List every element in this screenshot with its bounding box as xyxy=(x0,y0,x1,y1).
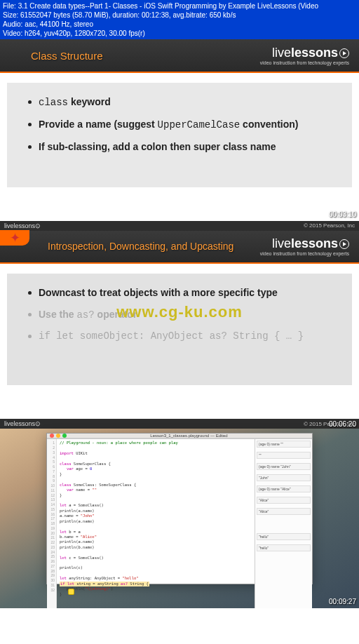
window-titlebar: Lesson3_1_classes.playground — Edited xyxy=(47,434,312,438)
slide3-top-strip: livelessons⊙ © 2015 Pearson, Inc xyxy=(0,419,359,429)
logo-live: live xyxy=(272,236,291,250)
bullet-dot xyxy=(28,335,32,338)
result-line: "John" xyxy=(257,474,311,481)
bullet-text: Downcast to treat objects with a more sp… xyxy=(39,286,278,300)
slide1-header: Class Structure livelessons video instru… xyxy=(0,39,359,73)
slide2-body: Downcast to treat objects with a more sp… xyxy=(7,274,352,386)
slide1-body-wrap: class keyword Provide a name (suggest Up… xyxy=(0,83,359,201)
bullet-dot xyxy=(28,145,32,149)
result-line: {age 0} name "" xyxy=(257,441,311,448)
slide2-header: Introspection, Downcasting, and Upcastin… xyxy=(0,230,359,264)
slide2-bullet-2: Use the as? operator xyxy=(24,308,335,322)
spacer xyxy=(0,201,359,221)
tiny-logo: livelessons⊙ xyxy=(4,222,41,229)
xcode-window: Lesson3_1_classes.playground — Edited 1 … xyxy=(46,433,313,584)
line-gutter: 1 2 3 4 5 6 7 8 9 10 11 12 13 14 15 16 1… xyxy=(47,439,57,608)
slide1-bullet-2: Provide a name (suggest UpperCamelCase c… xyxy=(24,118,335,132)
bullet-dot xyxy=(28,313,32,316)
slide2-bullet-3: if let someObject: AnyObject as? String … xyxy=(24,330,335,343)
window-title: Lesson3_1_classes.playground — Edited xyxy=(150,434,227,438)
bullet-text: Use the xyxy=(39,309,76,320)
bullet-text: operator xyxy=(95,309,137,320)
slide2-bullet-1: Downcast to treat objects with a more sp… xyxy=(24,286,335,300)
spacer xyxy=(0,399,359,419)
logo-tagline: video instruction from technology expert… xyxy=(260,251,349,256)
minimize-icon[interactable] xyxy=(56,434,60,438)
timestamp: 00:06:20 xyxy=(329,420,356,428)
logo-tagline: video instruction from technology expert… xyxy=(260,60,349,65)
bullet-text: keyword xyxy=(68,96,111,107)
timestamp: 00:03:10 xyxy=(329,210,356,218)
bullet-dot xyxy=(28,291,32,295)
result-line: "Alice" xyxy=(257,497,311,504)
meta-size: Size: 61552047 bytes (58.70 MiB), durati… xyxy=(3,11,356,20)
bullet-dot xyxy=(28,123,32,126)
slide2-top-strip: livelessons⊙ © 2015 Pearson, Inc 00:03:1… xyxy=(0,221,359,231)
slide1-bullet-3: If sub-classing, add a colon then super … xyxy=(24,140,335,154)
code-text: if let someObject: AnyObject as? String … xyxy=(39,330,304,343)
meta-video: Video: h264, yuv420p, 1280x720, 30.00 fp… xyxy=(3,29,356,38)
slide2-title: Introspection, Downcasting, and Upcastin… xyxy=(48,241,233,252)
code-editor[interactable]: // Playground - noun: a place where peop… xyxy=(57,439,255,608)
orange-tab: ✦ xyxy=(0,230,29,246)
slide1-body: class keyword Provide a name (suggest Up… xyxy=(7,83,352,187)
window-body: 1 2 3 4 5 6 7 8 9 10 11 12 13 14 15 16 1… xyxy=(47,439,312,608)
play-icon xyxy=(339,239,349,249)
cursor-icon xyxy=(68,589,74,595)
timestamp: 00:09:27 xyxy=(329,598,356,605)
code-text: class xyxy=(39,97,68,108)
star-icon: ✦ xyxy=(10,230,20,246)
copyright: © 2015 Pearson, Inc xyxy=(304,222,355,229)
maximize-icon[interactable] xyxy=(62,434,67,438)
bullet-text: If sub-classing, add a colon then super … xyxy=(39,140,276,154)
logo-live: live xyxy=(272,46,291,60)
logo-lessons: lessons xyxy=(291,46,338,60)
logo-lessons: lessons xyxy=(291,236,338,250)
slide2-body-wrap: Downcast to treat objects with a more sp… xyxy=(0,274,359,400)
bullet-text: Provide a name (suggest xyxy=(39,119,158,130)
tiny-logo: livelessons⊙ xyxy=(4,420,41,427)
brand-logo: livelessons video instruction from techn… xyxy=(260,236,349,256)
result-line: {age 0} name "Alice" xyxy=(257,485,311,492)
bullet-dot xyxy=(28,100,32,104)
result-line: "hello" xyxy=(257,544,311,551)
meta-file: File: 3.1 Create data types--Part 1- Cla… xyxy=(3,1,356,11)
brand-logo: livelessons video instruction from techn… xyxy=(260,46,349,65)
bullet-text: convention) xyxy=(240,119,298,130)
desktop-background: Lesson3_1_classes.playground — Edited 1 … xyxy=(0,429,359,608)
result-line: {age 0} name "John" xyxy=(257,463,311,470)
result-line: "hello" xyxy=(257,533,311,540)
close-icon[interactable] xyxy=(50,434,54,438)
code-text: UpperCamelCase xyxy=(158,119,241,130)
screenshot-slide: Lesson3_1_classes.playground — Edited 1 … xyxy=(0,429,359,608)
slide1-bullet-1: class keyword xyxy=(24,95,335,109)
result-line: "Alice" xyxy=(257,508,311,515)
video-metadata: File: 3.1 Create data types--Part 1- Cla… xyxy=(0,0,359,39)
play-icon xyxy=(339,48,349,58)
meta-audio: Audio: aac, 44100 Hz, stereo xyxy=(3,20,356,29)
slide1-title: Class Structure xyxy=(31,50,103,62)
results-panel: {age 0} name "" "" {age 0} name "John" "… xyxy=(255,439,312,608)
code-text: as? xyxy=(76,309,94,321)
result-line: "" xyxy=(257,452,311,459)
